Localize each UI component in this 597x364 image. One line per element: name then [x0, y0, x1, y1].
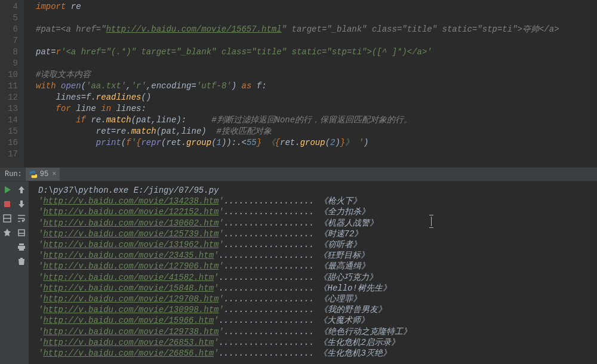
stop-icon[interactable] [2, 199, 12, 209]
console-output[interactable]: D:\py37\python.exe E:/jingy/07/95.py 'ht… [29, 181, 597, 364]
code-area[interactable]: import re #pat=<a href="http://v.baidu.c… [24, 0, 597, 167]
run-toolbar: Run: 95 × [0, 167, 597, 181]
svg-rect-0 [4, 201, 10, 207]
run-tab-name: 95 [40, 170, 48, 178]
code-editor[interactable]: 4567891011121314151617 import re #pat=<a… [0, 0, 597, 167]
python-icon [29, 170, 38, 178]
run-tab[interactable]: 95 × [26, 168, 60, 181]
run-pane: D:\py37\python.exe E:/jingy/07/95.py 'ht… [0, 181, 597, 364]
wrap-icon[interactable] [17, 214, 26, 223]
run-label: Run: [0, 170, 26, 178]
pin-icon[interactable] [2, 228, 12, 237]
line-gutter: 4567891011121314151617 [0, 0, 24, 167]
arrow-up-icon[interactable] [17, 185, 26, 195]
close-icon[interactable]: × [51, 170, 56, 178]
print-icon[interactable] [17, 242, 26, 252]
arrow-down-icon[interactable] [17, 199, 26, 209]
layout-icon[interactable] [2, 214, 12, 223]
run-tool-column-2 [14, 181, 29, 364]
scroll-icon[interactable] [17, 228, 26, 237]
play-icon[interactable] [2, 185, 12, 195]
text-caret [431, 217, 432, 226]
trash-icon[interactable] [17, 257, 26, 266]
run-tool-column-1 [0, 181, 14, 364]
